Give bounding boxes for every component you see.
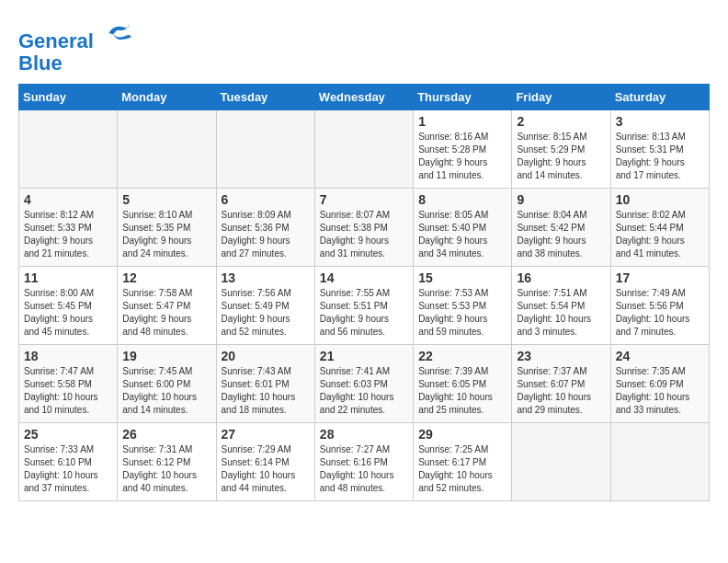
day-number: 4 — [24, 192, 112, 207]
day-info: Sunrise: 8:00 AM Sunset: 5:45 PM Dayligh… — [24, 287, 112, 339]
logo-blue: Blue — [18, 52, 63, 75]
day-number: 20 — [222, 349, 310, 363]
calendar-cell: 1Sunrise: 8:16 AM Sunset: 5:28 PM Daylig… — [414, 110, 512, 189]
day-number: 8 — [418, 192, 506, 207]
calendar-cell: 24Sunrise: 7:35 AM Sunset: 6:09 PM Dayli… — [610, 345, 709, 423]
day-info: Sunrise: 7:31 AM Sunset: 6:12 PM Dayligh… — [122, 443, 210, 495]
day-info: Sunrise: 8:04 AM Sunset: 5:42 PM Dayligh… — [517, 209, 605, 260]
day-info: Sunrise: 8:12 AM Sunset: 5:33 PM Dayligh… — [24, 209, 112, 260]
calendar-cell: 7Sunrise: 8:07 AM Sunset: 5:38 PM Daylig… — [314, 189, 413, 267]
day-number: 25 — [24, 427, 112, 442]
calendar-week-1: 1Sunrise: 8:16 AM Sunset: 5:28 PM Daylig… — [19, 110, 710, 189]
day-number: 17 — [616, 270, 704, 285]
day-number: 13 — [222, 270, 310, 285]
day-info: Sunrise: 7:56 AM Sunset: 5:49 PM Dayligh… — [222, 287, 310, 339]
day-number: 12 — [122, 270, 210, 285]
day-info: Sunrise: 8:07 AM Sunset: 5:38 PM Dayligh… — [320, 209, 408, 260]
header-saturday: Saturday — [610, 85, 709, 110]
day-number: 16 — [517, 270, 605, 285]
calendar-cell: 25Sunrise: 7:33 AM Sunset: 6:10 PM Dayli… — [19, 423, 118, 501]
calendar-cell: 26Sunrise: 7:31 AM Sunset: 6:12 PM Dayli… — [118, 423, 216, 501]
calendar-table: SundayMondayTuesdayWednesdayThursdayFrid… — [18, 84, 710, 501]
day-info: Sunrise: 7:33 AM Sunset: 6:10 PM Dayligh… — [24, 443, 112, 495]
calendar-cell: 10Sunrise: 8:02 AM Sunset: 5:44 PM Dayli… — [610, 189, 709, 267]
day-info: Sunrise: 7:51 AM Sunset: 5:54 PM Dayligh… — [517, 287, 605, 339]
day-number: 5 — [122, 192, 210, 207]
day-number: 14 — [320, 270, 408, 285]
calendar-week-3: 11Sunrise: 8:00 AM Sunset: 5:45 PM Dayli… — [19, 267, 710, 345]
header-thursday: Thursday — [414, 85, 512, 110]
calendar-cell — [118, 110, 216, 189]
day-number: 29 — [418, 427, 506, 442]
day-number: 9 — [517, 192, 605, 207]
day-number: 22 — [418, 349, 506, 363]
day-info: Sunrise: 8:02 AM Sunset: 5:44 PM Dayligh… — [616, 209, 704, 260]
calendar-cell: 3Sunrise: 8:13 AM Sunset: 5:31 PM Daylig… — [610, 110, 709, 189]
calendar-cell: 2Sunrise: 8:15 AM Sunset: 5:29 PM Daylig… — [512, 110, 610, 189]
day-number: 28 — [320, 427, 408, 442]
day-info: Sunrise: 8:10 AM Sunset: 5:35 PM Dayligh… — [122, 209, 210, 260]
calendar-cell — [314, 110, 413, 189]
day-info: Sunrise: 7:49 AM Sunset: 5:56 PM Dayligh… — [616, 287, 704, 339]
calendar-cell: 9Sunrise: 8:04 AM Sunset: 5:42 PM Daylig… — [512, 189, 610, 267]
day-number: 19 — [122, 349, 210, 363]
calendar-week-5: 25Sunrise: 7:33 AM Sunset: 6:10 PM Dayli… — [19, 423, 710, 501]
calendar-cell — [512, 423, 610, 501]
day-number: 10 — [616, 192, 704, 207]
day-number: 1 — [418, 114, 506, 129]
calendar-cell: 15Sunrise: 7:53 AM Sunset: 5:53 PM Dayli… — [414, 267, 512, 345]
day-info: Sunrise: 7:37 AM Sunset: 6:07 PM Dayligh… — [517, 365, 605, 417]
page-header: General Blue — [18, 18, 710, 75]
calendar-header-row: SundayMondayTuesdayWednesdayThursdayFrid… — [19, 85, 710, 110]
day-info: Sunrise: 7:39 AM Sunset: 6:05 PM Dayligh… — [418, 365, 506, 417]
calendar-cell: 12Sunrise: 7:58 AM Sunset: 5:47 PM Dayli… — [118, 267, 216, 345]
day-info: Sunrise: 7:47 AM Sunset: 5:58 PM Dayligh… — [24, 365, 112, 417]
day-number: 7 — [320, 192, 408, 207]
header-wednesday: Wednesday — [314, 85, 413, 110]
calendar-cell: 23Sunrise: 7:37 AM Sunset: 6:07 PM Dayli… — [512, 345, 610, 423]
day-info: Sunrise: 7:35 AM Sunset: 6:09 PM Dayligh… — [616, 365, 704, 417]
day-info: Sunrise: 7:29 AM Sunset: 6:14 PM Dayligh… — [222, 443, 310, 495]
day-info: Sunrise: 7:55 AM Sunset: 5:51 PM Dayligh… — [320, 287, 408, 339]
calendar-cell — [216, 110, 314, 189]
day-info: Sunrise: 8:16 AM Sunset: 5:28 PM Dayligh… — [418, 131, 506, 182]
calendar-cell: 22Sunrise: 7:39 AM Sunset: 6:05 PM Dayli… — [414, 345, 512, 423]
day-info: Sunrise: 8:15 AM Sunset: 5:29 PM Dayligh… — [517, 131, 605, 182]
header-friday: Friday — [512, 85, 610, 110]
day-number: 26 — [122, 427, 210, 442]
calendar-cell — [19, 110, 118, 189]
day-number: 24 — [616, 349, 704, 363]
calendar-cell: 6Sunrise: 8:09 AM Sunset: 5:36 PM Daylig… — [216, 189, 314, 267]
calendar-cell — [610, 423, 709, 501]
day-number: 27 — [222, 427, 310, 442]
day-number: 6 — [222, 192, 310, 207]
logo-general: General — [18, 29, 94, 52]
day-number: 21 — [320, 349, 408, 363]
calendar-cell: 17Sunrise: 7:49 AM Sunset: 5:56 PM Dayli… — [610, 267, 709, 345]
calendar-cell: 18Sunrise: 7:47 AM Sunset: 5:58 PM Dayli… — [19, 345, 118, 423]
day-number: 3 — [616, 114, 704, 129]
day-info: Sunrise: 7:43 AM Sunset: 6:01 PM Dayligh… — [222, 365, 310, 417]
calendar-cell: 8Sunrise: 8:05 AM Sunset: 5:40 PM Daylig… — [414, 189, 512, 267]
logo: General Blue — [18, 18, 132, 75]
day-number: 23 — [517, 349, 605, 363]
calendar-cell: 29Sunrise: 7:25 AM Sunset: 6:17 PM Dayli… — [414, 423, 512, 501]
calendar-week-2: 4Sunrise: 8:12 AM Sunset: 5:33 PM Daylig… — [19, 189, 710, 267]
calendar-cell: 19Sunrise: 7:45 AM Sunset: 6:00 PM Dayli… — [118, 345, 216, 423]
calendar-cell: 14Sunrise: 7:55 AM Sunset: 5:51 PM Dayli… — [314, 267, 413, 345]
header-sunday: Sunday — [19, 85, 118, 110]
header-tuesday: Tuesday — [216, 85, 314, 110]
day-info: Sunrise: 8:05 AM Sunset: 5:40 PM Dayligh… — [418, 209, 506, 260]
day-info: Sunrise: 8:09 AM Sunset: 5:36 PM Dayligh… — [222, 209, 310, 260]
day-number: 15 — [418, 270, 506, 285]
calendar-cell: 21Sunrise: 7:41 AM Sunset: 6:03 PM Dayli… — [314, 345, 413, 423]
day-info: Sunrise: 7:53 AM Sunset: 5:53 PM Dayligh… — [418, 287, 506, 339]
logo-bird-icon — [103, 18, 132, 48]
calendar-cell: 28Sunrise: 7:27 AM Sunset: 6:16 PM Dayli… — [314, 423, 413, 501]
header-monday: Monday — [118, 85, 216, 110]
day-number: 2 — [517, 114, 605, 129]
day-number: 11 — [24, 270, 112, 285]
day-info: Sunrise: 7:25 AM Sunset: 6:17 PM Dayligh… — [418, 443, 506, 495]
day-info: Sunrise: 7:27 AM Sunset: 6:16 PM Dayligh… — [320, 443, 408, 495]
calendar-cell: 16Sunrise: 7:51 AM Sunset: 5:54 PM Dayli… — [512, 267, 610, 345]
